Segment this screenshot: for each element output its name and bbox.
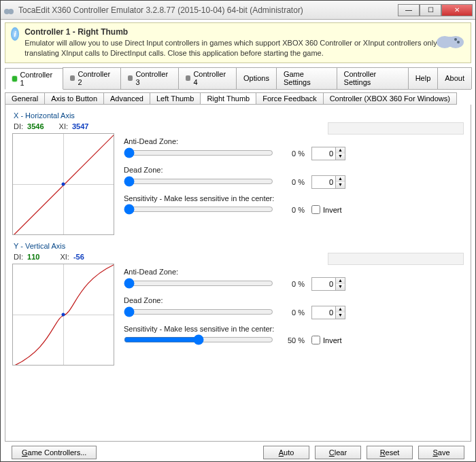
y-invert-checkbox[interactable]: Invert [311, 336, 342, 344]
svg-rect-2 [6, 10, 12, 12]
close-button[interactable]: ✕ [441, 4, 473, 16]
tab-about[interactable]: About [437, 67, 472, 89]
x-di-value: 3546 [27, 122, 44, 130]
graph-dot-icon [62, 182, 65, 185]
y-anti-dead-slider[interactable] [124, 278, 273, 289]
y-anti-dead-pct: 0 % [280, 280, 305, 288]
svg-rect-5 [443, 37, 457, 45]
auto-button[interactable]: Auto [263, 446, 309, 459]
led-icon [128, 75, 133, 81]
y-sens-pct: 50 % [280, 336, 305, 344]
y-xi-value: -56 [73, 253, 84, 261]
tab-options[interactable]: Options [236, 67, 277, 89]
y-di-value: 110 [27, 253, 39, 261]
led-icon [70, 75, 75, 81]
y-dead-spinner[interactable]: ▲▼ [311, 306, 345, 319]
x-readouts: DI: 3546 XI: 3547 [14, 122, 114, 130]
main-tabs: Controller 1 Controller 2 Controller 3 C… [5, 67, 471, 90]
subtab-left-thumb[interactable]: Left Thumb [150, 92, 201, 105]
y-dead-slider[interactable] [124, 306, 273, 317]
x-preview [328, 122, 464, 135]
app-icon [3, 5, 14, 16]
game-controllers-button[interactable]: Game Controllers... [12, 446, 97, 459]
graph-dot-icon [62, 313, 65, 316]
reset-button[interactable]: Reset [367, 446, 413, 459]
subtab-right-thumb[interactable]: Right Thumb [200, 92, 256, 105]
y-sens-slider[interactable] [124, 334, 273, 345]
subtab-general[interactable]: General [5, 92, 45, 105]
spin-down-icon[interactable]: ▼ [335, 284, 345, 290]
tab-controller-4[interactable]: Controller 4 [178, 67, 237, 89]
spin-up-icon[interactable]: ▲ [335, 306, 345, 313]
x-anti-dead-slider[interactable] [124, 147, 273, 158]
tab-controller-1[interactable]: Controller 1 [5, 68, 63, 90]
titlebar[interactable]: TocaEdit X360 Controller Emulator 3.2.8.… [1, 1, 475, 20]
x-axis-title: X - Horizontal Axis [14, 111, 464, 120]
maximize-button[interactable]: ☐ [420, 4, 441, 16]
subtab-axis-to-button[interactable]: Axis to Button [44, 92, 104, 105]
x-axis-graph [12, 133, 114, 235]
svg-point-7 [457, 41, 460, 43]
x-anti-dead-pct: 0 % [280, 149, 305, 158]
tab-help[interactable]: Help [408, 67, 439, 89]
x-anti-dead-spinner[interactable]: ▲▼ [311, 147, 345, 160]
tab-game-settings[interactable]: Game Settings [276, 67, 337, 89]
banner-text: Emulator will allow you to use Direct In… [24, 38, 465, 58]
led-icon [186, 75, 190, 81]
bottom-toolbar: Game Controllers... Auto Clear Reset Sav… [5, 442, 471, 462]
subtab-force-feedback[interactable]: Force Feedback [256, 92, 323, 105]
app-window: TocaEdit X360 Controller Emulator 3.2.8.… [0, 0, 476, 462]
led-icon [12, 76, 17, 82]
window-title: TocaEdit X360 Controller Emulator 3.2.8.… [18, 5, 398, 15]
y-anti-dead-spinner[interactable]: ▲▼ [311, 277, 345, 291]
spin-down-icon[interactable]: ▼ [335, 154, 345, 160]
info-icon: i [11, 27, 19, 41]
x-sens-pct: 0 % [280, 206, 305, 214]
x-dead-pct: 0 % [280, 178, 305, 186]
right-thumb-panel: X - Horizontal Axis DI: 3546 XI: 3547 [5, 105, 471, 442]
sub-tabs: General Axis to Button Advanced Left Thu… [5, 92, 471, 105]
spin-up-icon[interactable]: ▲ [335, 147, 345, 154]
subtab-controller-device[interactable]: Controller (XBOX 360 For Windows) [323, 92, 457, 105]
spin-down-icon[interactable]: ▼ [335, 313, 345, 319]
x-xi-value: 3547 [72, 122, 88, 130]
y-preview [328, 253, 464, 265]
x-dead-spinner[interactable]: ▲▼ [311, 175, 345, 189]
joystick-icon [435, 29, 465, 49]
x-sens-slider[interactable] [124, 204, 273, 215]
y-dead-pct: 0 % [280, 308, 305, 317]
y-axis-title: Y - Vertical Axis [14, 242, 464, 250]
tab-controller-settings[interactable]: Controller Settings [337, 67, 409, 89]
save-button[interactable]: Save [418, 446, 464, 459]
clear-button[interactable]: Clear [315, 446, 361, 459]
subtab-advanced[interactable]: Advanced [103, 92, 150, 105]
svg-point-6 [454, 38, 457, 41]
x-invert-checkbox[interactable]: Invert [311, 205, 342, 214]
y-axis-graph [12, 264, 114, 366]
x-dead-slider[interactable] [124, 176, 273, 187]
spin-up-icon[interactable]: ▲ [335, 278, 345, 284]
spin-down-icon[interactable]: ▼ [335, 182, 345, 188]
tab-controller-2[interactable]: Controller 2 [63, 67, 121, 89]
spin-up-icon[interactable]: ▲ [335, 176, 345, 182]
tab-controller-3[interactable]: Controller 3 [120, 67, 179, 89]
banner-title: Controller 1 - Right Thumb [24, 27, 465, 37]
minimize-button[interactable]: — [398, 4, 420, 16]
info-banner: i Controller 1 - Right Thumb Emulator wi… [5, 22, 471, 63]
y-readouts: DI: 110 XI: -56 [14, 253, 114, 261]
